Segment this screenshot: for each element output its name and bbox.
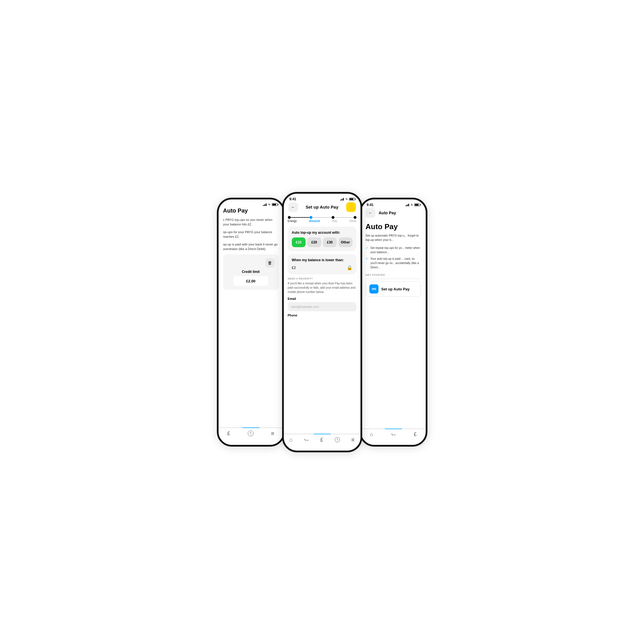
- credit-limit-value: £2.00: [239, 277, 262, 286]
- credit-limit-card: 🗑 Credit limit £2.00: [223, 254, 279, 290]
- phone-left: 9:41 ∿ Auto Pay c PAYG top-ups so you ne…: [217, 198, 285, 447]
- nav-indicator-right: [385, 429, 402, 429]
- page-title-left: Auto Pay: [223, 207, 279, 214]
- nav-help-left[interactable]: ?: [248, 431, 253, 436]
- left-body-text-1: c PAYG top-ups so you never when your ba…: [223, 217, 279, 227]
- battery-icon-right: [414, 203, 420, 206]
- step-label-amount: Amount: [309, 219, 320, 223]
- signal-icon-center: [340, 198, 344, 201]
- bottom-nav-left: £ ? ≡: [219, 427, 283, 441]
- balance-display: £2 🔒: [292, 265, 352, 270]
- amount-btn-other[interactable]: Other: [338, 237, 352, 247]
- nav-menu-left[interactable]: ≡: [271, 430, 274, 437]
- feature-text-0: Set repeat top-ups for yo... meter when …: [370, 246, 421, 254]
- status-icons-left: ∿: [263, 203, 278, 206]
- balance-card: When my balance is lower than: £2 🔒: [288, 254, 356, 274]
- balance-card-title: When my balance is lower than:: [292, 258, 352, 262]
- step-dot-1: [310, 216, 312, 219]
- step-dot-3: [354, 216, 356, 219]
- email-input[interactable]: sam@example.com: [288, 302, 356, 311]
- left-body-text-3: op-up is paid with your bank ll never go…: [223, 242, 279, 251]
- receipt-heading: NEED A RECEIPT?: [288, 277, 356, 280]
- topup-card: Auto top-up my account with: £10 £20 £30…: [288, 227, 356, 251]
- bottom-nav-right: ⌂ ∿∘ £: [361, 429, 426, 442]
- nav-home-right[interactable]: ⌂: [370, 431, 373, 437]
- lightning-button[interactable]: ⚡: [346, 202, 356, 212]
- nav-graph-right[interactable]: ∿∘: [391, 432, 396, 437]
- wifi-icon-right: ∿: [411, 203, 413, 206]
- back-button-center[interactable]: ←: [288, 202, 298, 212]
- nav-indicator-left: [242, 427, 259, 428]
- step-label-energy: Energy: [288, 219, 297, 223]
- screen-left: Auto Pay c PAYG top-ups so you never whe…: [219, 207, 283, 441]
- nav-pound-center[interactable]: £: [320, 437, 323, 443]
- nav-menu-center[interactable]: ≡: [351, 437, 355, 443]
- status-icons-center: ∿: [340, 197, 355, 201]
- amount-btn-10[interactable]: £10: [292, 237, 306, 247]
- step-dot-0: [288, 216, 291, 219]
- nav-home-center[interactable]: ⌂: [290, 437, 293, 443]
- amount-options: £10 £20 £30 Other: [292, 237, 352, 247]
- battery-icon-center: [349, 198, 355, 201]
- amount-btn-20[interactable]: £20: [307, 237, 321, 247]
- receipt-text: If you'd like a receipt when your Auto P…: [288, 281, 356, 294]
- check-icon-1: ✓: [366, 257, 368, 261]
- nav-indicator-center: [314, 434, 331, 434]
- lightning-icon: ⚡: [348, 204, 354, 210]
- bottom-nav-center: ⌂ ∿∘ £ ? ≡: [284, 434, 360, 448]
- credit-limit-label: Credit limit: [227, 270, 275, 274]
- steps-labels: Energy Amount Pay Done: [288, 219, 356, 223]
- time-center: 9:41: [290, 197, 296, 201]
- scene: 9:41 ∿ Auto Pay c PAYG top-ups so you ne…: [171, 171, 474, 474]
- phone-label: Phone: [288, 314, 356, 317]
- wifi-icon-center: ∿: [345, 197, 348, 201]
- steps-progress: [288, 216, 356, 219]
- center-content: ← Set up Auto Pay ⚡: [284, 202, 360, 434]
- phone-center: 9:41 ∿ ←: [282, 192, 362, 452]
- amount-btn-30[interactable]: £30: [323, 237, 337, 247]
- status-bar-left: 9:41 ∿: [219, 199, 283, 207]
- time-right: 9:41: [367, 203, 374, 207]
- phone-right: 9:41 ∿ ←: [359, 198, 427, 447]
- left-body-text-2: op-ups for your PAYG your balance reache…: [223, 230, 279, 239]
- feature-item-0: ✓ Set repeat top-ups for yo... meter whe…: [366, 246, 421, 254]
- step-line-2: [334, 217, 354, 218]
- status-icons-right: ∿: [405, 203, 420, 206]
- feature-item-1: ✓ Your auto top-up is paid ... card, so …: [366, 257, 421, 270]
- nav-graph-center[interactable]: ∿∘: [304, 438, 309, 442]
- divider-line-right: [366, 279, 421, 279]
- back-button-right[interactable]: ←: [366, 208, 375, 218]
- center-header: ← Set up Auto Pay ⚡: [288, 202, 356, 212]
- setup-autopay-button[interactable]: Set up Auto Pay: [366, 281, 421, 297]
- wifi-icon-left: ∿: [268, 203, 270, 206]
- step-dot-2: [332, 216, 334, 219]
- right-header: ← Auto Pay: [366, 208, 421, 218]
- center-title: Set up Auto Pay: [306, 205, 338, 209]
- feature-text-1: Your auto top-up is paid ... card, so yo…: [370, 257, 421, 270]
- page-title-right: Auto Pay: [366, 222, 421, 231]
- email-label: Email: [288, 297, 356, 300]
- balance-value: £2: [292, 265, 296, 270]
- setup-btn-icon: [369, 284, 379, 294]
- status-bar-right: 9:41 ∿: [361, 199, 426, 208]
- nav-pound-left[interactable]: £: [227, 431, 230, 437]
- email-placeholder: sam@example.com: [291, 305, 319, 308]
- get-started-label: GET STARTED: [366, 274, 421, 276]
- setup-btn-label: Set up Auto Pay: [381, 287, 410, 291]
- nav-pound-right[interactable]: £: [414, 431, 417, 437]
- right-description: Set up automatic PAYG top-u... forget to…: [366, 233, 421, 243]
- nav-help-center[interactable]: ?: [335, 437, 340, 442]
- step-line-1: [312, 217, 332, 218]
- status-bar-center: 9:41 ∿: [284, 194, 360, 202]
- left-content: Auto Pay c PAYG top-ups so you never whe…: [219, 207, 283, 427]
- infinity-icon: [372, 287, 376, 291]
- back-arrow-right: ←: [368, 211, 372, 215]
- trash-icon[interactable]: 🗑: [265, 258, 275, 267]
- screen-center: ← Set up Auto Pay ⚡: [284, 202, 360, 448]
- trash-icon-container: 🗑: [227, 258, 275, 267]
- right-header-title: Auto Pay: [379, 211, 396, 215]
- right-content: ← Auto Pay Auto Pay Set up automatic PAY…: [361, 208, 426, 429]
- lock-icon: 🔒: [347, 265, 352, 270]
- receipt-section: NEED A RECEIPT? If you'd like a receipt …: [288, 277, 356, 317]
- signal-icon-right: [405, 203, 409, 206]
